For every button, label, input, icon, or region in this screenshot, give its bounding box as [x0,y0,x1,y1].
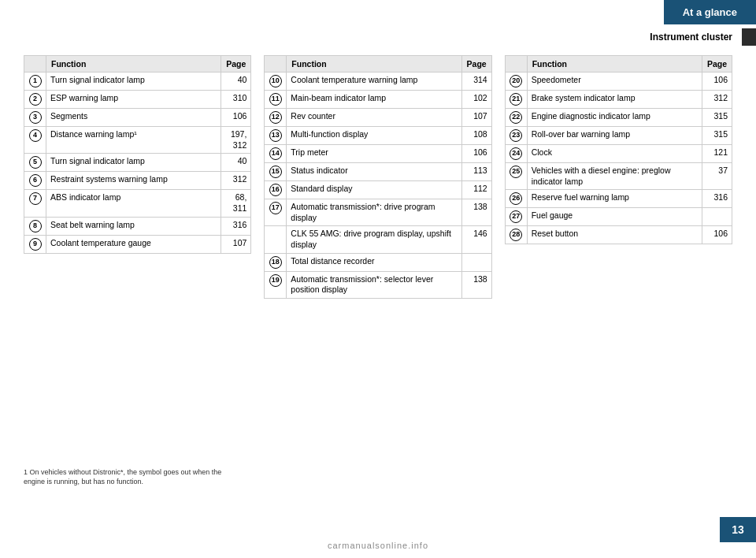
row-number-cell: 2 [24,91,46,109]
table3-col-page-header: Page [702,56,732,73]
circle-number: 7 [29,192,42,205]
circle-number: 23 [510,129,522,142]
circle-number: 12 [269,111,282,124]
table-row: 28Reset button106 [505,226,732,244]
table-row: 20Speedometer106 [505,73,732,91]
row-function-cell: Total distance recorder [287,253,461,271]
row-function-cell: Standard display [287,181,461,199]
circle-number: 15 [269,166,282,178]
row-page-cell: 112 [461,181,491,199]
row-function-cell: Main-beam indicator lamp [287,91,461,109]
row-function-cell: Reset button [527,226,702,244]
circle-number: 8 [29,220,42,232]
row-function-cell: Coolant temperature gauge [46,235,221,253]
table3: Function Page 20Speedometer10621Brake sy… [505,55,732,244]
table-row: 11Main-beam indicator lamp102 [265,91,491,109]
instrument-cluster-box [742,28,756,46]
row-number-cell: 5 [24,154,46,172]
row-number-cell: 19 [265,271,287,298]
circle-number: 6 [29,174,42,187]
row-function-cell: Brake system indicator lamp [527,91,702,109]
table-row: 17Automatic transmission*: drive program… [265,199,491,226]
row-number-cell: 1 [24,73,46,91]
circle-number: 10 [269,75,282,87]
table2-col-num-header [265,56,287,73]
circle-number: 1 [29,75,42,87]
table-row: 16Standard display112 [265,181,491,199]
footnote-text: On vehicles without Distronic*, the symb… [24,468,221,486]
row-page-cell: 316 [221,217,251,235]
circle-number: 20 [510,75,522,87]
row-page-cell: 138 [461,271,491,298]
row-page-cell: 315 [702,109,732,127]
row-page-cell: 310 [221,91,251,109]
row-function-cell: Status indicator [287,163,461,181]
row-number-cell: 25 [505,163,527,190]
row-function-cell: Engine diagnostic indicator lamp [527,109,702,127]
row-page-cell: 312 [221,172,251,190]
row-function-cell: Coolant temperature warning lamp [287,73,461,91]
row-page-cell: 40 [221,154,251,172]
main-content: Function Page 1Turn signal indicator lam… [24,55,732,299]
row-function-cell: Restraint systems warning lamp [46,172,221,190]
table-row: 10Coolant temperature warning lamp314 [265,73,491,91]
row-page-cell [461,253,491,271]
at-a-glance-label: At a glance [664,0,756,24]
circle-number: 4 [29,129,42,142]
footnote: 1 On vehicles without Distronic*, the sy… [24,467,228,487]
table-row: CLK 55 AMG: drive program display, upshi… [265,226,491,253]
row-number-cell: 12 [265,109,287,127]
row-number-cell: 17 [265,199,287,226]
row-function-cell: ESP warning lamp [46,91,221,109]
table-row: 12Rev counter107 [265,109,491,127]
table-row: 8Seat belt warning lamp316 [24,217,251,235]
row-page-cell: 107 [461,109,491,127]
row-page-cell: 68, 311 [221,190,251,217]
row-number-cell: 22 [505,109,527,127]
row-page-cell: 316 [702,190,732,208]
table-row: 13Multi-function display108 [265,127,491,145]
table-row: 27Fuel gauge [505,208,732,226]
row-number-cell: 27 [505,208,527,226]
table-row: 15Status indicator113 [265,163,491,181]
circle-number: 19 [269,274,282,287]
row-page-cell: 106 [702,73,732,91]
row-page-cell: 315 [702,127,732,145]
row-number-cell: 14 [265,145,287,163]
row-page-cell: 102 [461,91,491,109]
row-number-cell: 6 [24,172,46,190]
circle-number: 3 [29,111,42,124]
row-function-cell: ABS indicator lamp [46,190,221,217]
row-function-cell: Vehicles with a diesel engine: preglow i… [527,163,702,190]
row-number-cell: 8 [24,217,46,235]
circle-number: 2 [29,93,42,106]
table3-col-function-header: Function [527,56,702,73]
header-bar: At a glance [0,0,756,24]
row-function-cell: CLK 55 AMG: drive program display, upshi… [287,226,461,253]
table-row: 5Turn signal indicator lamp40 [24,154,251,172]
table2-col-function-header: Function [287,56,461,73]
row-page-cell: 312 [702,91,732,109]
circle-number: 27 [510,210,522,223]
table-row: 25Vehicles with a diesel engine: preglow… [505,163,732,190]
instrument-cluster-label: Instrument cluster [650,32,742,43]
table-row: 2ESP warning lamp310 [24,91,251,109]
table-row: 26Reserve fuel warning lamp316 [505,190,732,208]
row-function-cell: Speedometer [527,73,702,91]
table2: Function Page 10Coolant temperature warn… [264,55,491,299]
circle-number [269,229,282,241]
row-number-cell: 18 [265,253,287,271]
circle-number: 14 [269,147,282,160]
row-page-cell: 314 [461,73,491,91]
row-number-cell: 26 [505,190,527,208]
table2-wrapper: Function Page 10Coolant temperature warn… [264,55,491,299]
circle-number: 13 [269,129,282,142]
footnote-number: 1 [24,468,28,476]
circle-number: 17 [269,202,282,214]
table-row: 22Engine diagnostic indicator lamp315 [505,109,732,127]
table-row: 18Total distance recorder [265,253,491,271]
row-function-cell: Segments [46,109,221,127]
row-function-cell: Seat belt warning lamp [46,217,221,235]
row-function-cell: Rev counter [287,109,461,127]
table1-wrapper: Function Page 1Turn signal indicator lam… [24,55,251,299]
